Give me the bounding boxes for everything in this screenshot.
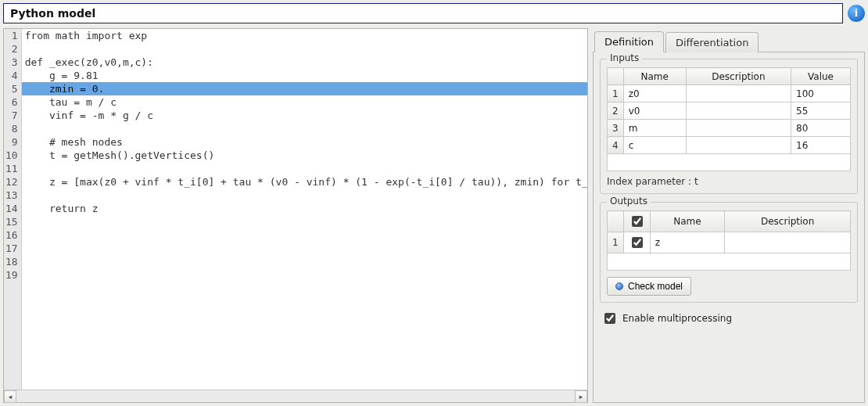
gutter-line-number: 14: [5, 202, 18, 215]
code-line[interactable]: [22, 42, 587, 56]
gutter-line-number: 18: [5, 255, 18, 268]
code-line[interactable]: from math import exp: [22, 29, 587, 42]
input-name-cell[interactable]: v0: [623, 102, 686, 120]
index-parameter-label: Index parameter :: [607, 176, 691, 187]
code-line[interactable]: tau = m / c: [22, 95, 587, 109]
gutter-line-number: 17: [5, 242, 18, 255]
table-blank-row: [608, 253, 851, 271]
info-button[interactable]: i: [848, 5, 865, 22]
code-line[interactable]: return z: [22, 202, 587, 215]
output-description-cell[interactable]: [725, 232, 851, 253]
enable-multiprocessing-label: Enable multiprocessing: [622, 313, 732, 324]
gutter-line-number: 12: [5, 175, 18, 189]
inputs-corner-header: [608, 68, 624, 85]
gutter-line-number: 6: [5, 95, 18, 109]
inputs-header-name[interactable]: Name: [623, 68, 686, 85]
code-editor-body[interactable]: 12345678910111213141516171819 from math …: [4, 29, 587, 390]
gutter-line-number: 15: [5, 215, 18, 228]
code-line[interactable]: z = [max(z0 + vinf * t_i[0] + tau * (v0 …: [22, 175, 587, 189]
gutter-line-number: 4: [5, 69, 18, 82]
input-value-cell[interactable]: 80: [791, 120, 851, 137]
inputs-header-value[interactable]: Value: [791, 68, 851, 85]
outputs-table[interactable]: Name Description 1z: [607, 210, 851, 271]
tab-bar: Definition Differentiation: [593, 28, 865, 52]
table-row[interactable]: 1z0100: [608, 85, 851, 102]
check-model-icon: [615, 282, 623, 290]
gutter-line-number: 8: [5, 122, 18, 135]
input-value-cell[interactable]: 100: [791, 85, 851, 102]
scroll-right-button[interactable]: ▸: [575, 390, 587, 403]
enable-multiprocessing-row[interactable]: Enable multiprocessing: [600, 311, 858, 326]
table-row[interactable]: 3m80: [608, 120, 851, 137]
table-blank-row: [608, 154, 851, 171]
scroll-left-button[interactable]: ◂: [4, 390, 16, 403]
inputs-group: Inputs Name Description Value 1z01002v05…: [600, 59, 858, 194]
inputs-table[interactable]: Name Description Value 1z01002v0553m804c…: [607, 67, 851, 171]
output-name-cell[interactable]: z: [650, 232, 725, 253]
gutter-line-number: 1: [5, 29, 18, 42]
code-editor: 12345678910111213141516171819 from math …: [3, 28, 588, 403]
title-row: Python model i: [3, 0, 865, 28]
gutter-line-number: 2: [5, 42, 18, 56]
tab-definition[interactable]: Definition: [594, 31, 664, 52]
input-name-cell[interactable]: c: [623, 137, 686, 154]
output-enabled-checkbox[interactable]: [632, 237, 643, 248]
code-line[interactable]: [22, 255, 587, 268]
code-line[interactable]: zmin = 0.: [22, 82, 587, 95]
code-line[interactable]: [22, 162, 587, 175]
input-description-cell[interactable]: [686, 102, 791, 120]
input-value-cell[interactable]: 55: [791, 102, 851, 120]
outputs-header-enabled[interactable]: [623, 211, 650, 232]
outputs-header-description[interactable]: Description: [725, 211, 851, 232]
index-parameter-value: t: [694, 176, 698, 187]
main-split: 12345678910111213141516171819 from math …: [3, 28, 865, 403]
gutter-line-number: 16: [5, 228, 18, 242]
gutter-line-number: 7: [5, 109, 18, 122]
gutter-line-number: 10: [5, 149, 18, 162]
code-line[interactable]: [22, 228, 587, 242]
code-line[interactable]: [22, 189, 587, 202]
outputs-header-name[interactable]: Name: [650, 211, 725, 232]
code-line[interactable]: # mesh nodes: [22, 135, 587, 149]
inputs-header-description[interactable]: Description: [686, 68, 791, 85]
python-model-panel: Python model i 1234567891011121314151617…: [0, 0, 868, 406]
tab-differentiation[interactable]: Differentiation: [665, 32, 759, 52]
code-line[interactable]: [22, 122, 587, 135]
code-area[interactable]: from math import expdef _exec(z0,v0,m,c)…: [22, 29, 587, 390]
outputs-header-checkbox[interactable]: [632, 216, 643, 227]
horizontal-scrollbar[interactable]: ◂ ▸: [4, 390, 587, 402]
row-number: 2: [608, 102, 624, 120]
output-enabled-cell[interactable]: [623, 232, 650, 253]
table-row[interactable]: 4c16: [608, 137, 851, 154]
input-name-cell[interactable]: z0: [623, 85, 686, 102]
gutter-line-number: 9: [5, 135, 18, 149]
table-row[interactable]: 1z: [608, 232, 851, 253]
input-description-cell[interactable]: [686, 120, 791, 137]
code-line[interactable]: def _exec(z0,v0,m,c):: [22, 56, 587, 69]
index-parameter-line: Index parameter : t: [607, 176, 851, 187]
input-description-cell[interactable]: [686, 85, 791, 102]
gutter-line-number: 13: [5, 189, 18, 202]
blank-cell: [608, 154, 851, 171]
outputs-group: Outputs Name Description: [600, 202, 858, 303]
table-row[interactable]: 2v055: [608, 102, 851, 120]
row-number: 4: [608, 137, 624, 154]
code-line[interactable]: g = 9.81: [22, 69, 587, 82]
input-value-cell[interactable]: 16: [791, 137, 851, 154]
gutter-line-number: 5: [5, 82, 18, 95]
code-line[interactable]: t = getMesh().getVertices(): [22, 149, 587, 162]
code-line[interactable]: [22, 268, 587, 282]
code-line[interactable]: [22, 242, 587, 255]
check-model-button[interactable]: Check model: [607, 277, 691, 296]
code-line[interactable]: vinf = -m * g / c: [22, 109, 587, 122]
code-line[interactable]: [22, 215, 587, 228]
inputs-group-title: Inputs: [607, 52, 642, 63]
input-name-cell[interactable]: m: [623, 120, 686, 137]
right-pane: Definition Differentiation Inputs Name D…: [593, 28, 865, 403]
row-number: 3: [608, 120, 624, 137]
code-gutter: 12345678910111213141516171819: [4, 29, 22, 390]
input-description-cell[interactable]: [686, 137, 791, 154]
enable-multiprocessing-checkbox[interactable]: [604, 313, 615, 324]
tab-definition-content: Inputs Name Description Value 1z01002v05…: [593, 52, 865, 403]
panel-title: Python model: [3, 3, 843, 23]
